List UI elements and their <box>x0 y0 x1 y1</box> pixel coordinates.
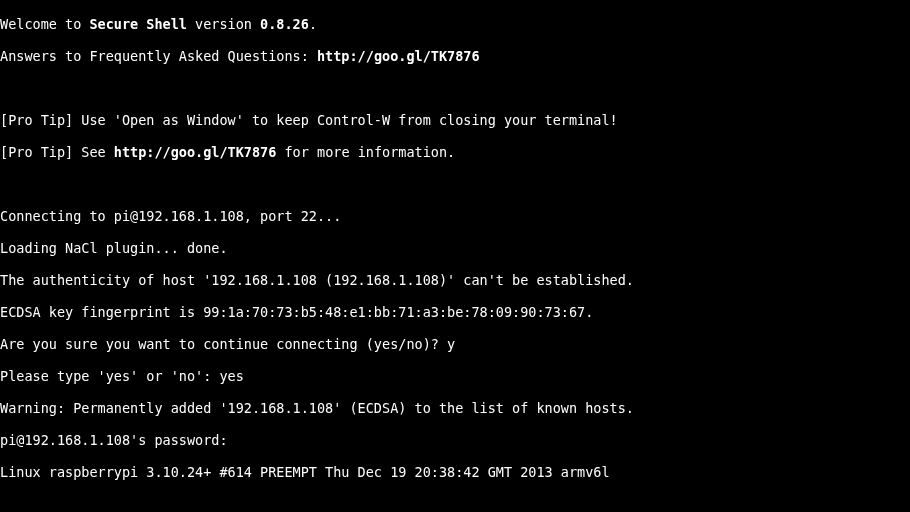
authenticity-line: The authenticity of host '192.168.1.108 … <box>0 272 910 288</box>
loading-nacl-line: Loading NaCl plugin... done. <box>0 240 910 256</box>
fingerprint-line: ECDSA key fingerprint is 99:1a:70:73:b5:… <box>0 304 910 320</box>
protip2-line: [Pro Tip] See http://goo.gl/TK7876 for m… <box>0 144 910 160</box>
protip1-line: [Pro Tip] Use 'Open as Window' to keep C… <box>0 112 910 128</box>
protip2-post: for more information. <box>276 144 455 160</box>
app-name: Secure Shell <box>89 16 187 32</box>
welcome-line: Welcome to Secure Shell version 0.8.26. <box>0 16 910 32</box>
faq-text-pre: Answers to Frequently Asked Questions: <box>0 48 317 64</box>
please-type-line: Please type 'yes' or 'no': yes <box>0 368 910 384</box>
welcome-text-suffix: . <box>309 16 317 32</box>
welcome-text-mid: version <box>187 16 260 32</box>
continue-prompt-line: Are you sure you want to continue connec… <box>0 336 910 352</box>
connecting-line: Connecting to pi@192.168.1.108, port 22.… <box>0 208 910 224</box>
welcome-text-pre: Welcome to <box>0 16 89 32</box>
faq-url: http://goo.gl/TK7876 <box>317 48 480 64</box>
warning-line: Warning: Permanently added '192.168.1.10… <box>0 400 910 416</box>
blank-line <box>0 176 910 192</box>
protip2-url: http://goo.gl/TK7876 <box>114 144 277 160</box>
protip2-pre: [Pro Tip] See <box>0 144 114 160</box>
faq-line: Answers to Frequently Asked Questions: h… <box>0 48 910 64</box>
kernel-line: Linux raspberrypi 3.10.24+ #614 PREEMPT … <box>0 464 910 480</box>
blank-line <box>0 496 910 512</box>
password-prompt-line: pi@192.168.1.108's password: <box>0 432 910 448</box>
terminal-output[interactable]: Welcome to Secure Shell version 0.8.26. … <box>0 0 910 512</box>
app-version: 0.8.26 <box>260 16 309 32</box>
blank-line <box>0 80 910 96</box>
